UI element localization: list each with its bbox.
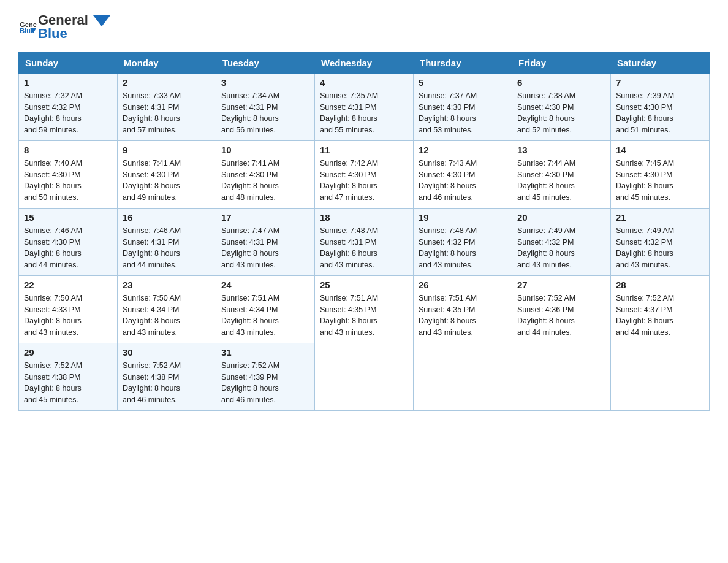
day-number: 31 [221,347,309,358]
day-info: Sunrise: 7:35 AM Sunset: 4:31 PM Dayligh… [320,90,408,136]
day-info: Sunrise: 7:33 AM Sunset: 4:31 PM Dayligh… [123,90,211,136]
calendar-cell: 31 Sunrise: 7:52 AM Sunset: 4:39 PM Dayl… [216,343,315,410]
day-number: 21 [616,212,704,223]
calendar-cell: 30 Sunrise: 7:52 AM Sunset: 4:38 PM Dayl… [118,343,216,410]
day-info: Sunrise: 7:52 AM Sunset: 4:39 PM Dayligh… [221,360,309,406]
day-info: Sunrise: 7:51 AM Sunset: 4:35 PM Dayligh… [320,293,408,339]
day-number: 26 [419,280,507,290]
calendar-table: SundayMondayTuesdayWednesdayThursdayFrid… [18,52,710,411]
calendar-cell: 19 Sunrise: 7:48 AM Sunset: 4:32 PM Dayl… [414,208,512,275]
day-info: Sunrise: 7:45 AM Sunset: 4:30 PM Dayligh… [616,158,704,204]
day-info: Sunrise: 7:34 AM Sunset: 4:31 PM Dayligh… [221,90,309,136]
calendar-cell: 12 Sunrise: 7:43 AM Sunset: 4:30 PM Dayl… [414,140,512,208]
calendar-cell: 27 Sunrise: 7:52 AM Sunset: 4:36 PM Dayl… [512,275,611,343]
calendar-cell: 17 Sunrise: 7:47 AM Sunset: 4:31 PM Dayl… [216,208,315,275]
calendar-header-row: SundayMondayTuesdayWednesdayThursdayFrid… [19,52,710,73]
calendar-cell: 7 Sunrise: 7:39 AM Sunset: 4:30 PM Dayli… [611,73,710,140]
logo: General Blue General Blue [18,12,110,42]
day-number: 11 [320,145,408,155]
day-number: 5 [419,77,507,88]
day-number: 20 [517,212,605,223]
day-info: Sunrise: 7:52 AM Sunset: 4:37 PM Dayligh… [616,293,704,339]
day-number: 1 [24,77,112,88]
logo-arrow-icon [93,15,110,26]
day-number: 15 [24,212,112,223]
col-header-saturday: Saturday [611,52,710,73]
calendar-cell: 23 Sunrise: 7:50 AM Sunset: 4:34 PM Dayl… [118,275,216,343]
calendar-cell: 2 Sunrise: 7:33 AM Sunset: 4:31 PM Dayli… [118,73,216,140]
calendar-cell: 11 Sunrise: 7:42 AM Sunset: 4:30 PM Dayl… [315,140,414,208]
calendar-cell: 9 Sunrise: 7:41 AM Sunset: 4:30 PM Dayli… [118,140,216,208]
svg-marker-3 [93,15,110,26]
day-number: 29 [24,347,112,358]
day-number: 19 [419,212,507,223]
calendar-cell: 18 Sunrise: 7:48 AM Sunset: 4:31 PM Dayl… [315,208,414,275]
day-number: 9 [123,145,211,155]
day-number: 3 [221,77,309,88]
calendar-cell [611,343,710,410]
day-number: 7 [616,77,704,88]
col-header-tuesday: Tuesday [216,52,315,73]
calendar-cell [512,343,611,410]
calendar-week-row: 1 Sunrise: 7:32 AM Sunset: 4:32 PM Dayli… [19,73,710,140]
day-number: 10 [221,145,309,155]
calendar-week-row: 29 Sunrise: 7:52 AM Sunset: 4:38 PM Dayl… [19,343,710,410]
calendar-cell: 25 Sunrise: 7:51 AM Sunset: 4:35 PM Dayl… [315,275,414,343]
calendar-cell [414,343,512,410]
calendar-cell: 14 Sunrise: 7:45 AM Sunset: 4:30 PM Dayl… [611,140,710,208]
day-number: 23 [123,280,211,290]
day-number: 14 [616,145,704,155]
day-info: Sunrise: 7:52 AM Sunset: 4:38 PM Dayligh… [123,360,211,406]
calendar-cell: 20 Sunrise: 7:49 AM Sunset: 4:32 PM Dayl… [512,208,611,275]
day-info: Sunrise: 7:48 AM Sunset: 4:32 PM Dayligh… [419,225,507,271]
calendar-cell: 4 Sunrise: 7:35 AM Sunset: 4:31 PM Dayli… [315,73,414,140]
calendar-cell: 3 Sunrise: 7:34 AM Sunset: 4:31 PM Dayli… [216,73,315,140]
day-number: 2 [123,77,211,88]
day-number: 22 [24,280,112,290]
day-info: Sunrise: 7:44 AM Sunset: 4:30 PM Dayligh… [517,158,605,204]
calendar-cell: 6 Sunrise: 7:38 AM Sunset: 4:30 PM Dayli… [512,73,611,140]
calendar-cell: 5 Sunrise: 7:37 AM Sunset: 4:30 PM Dayli… [414,73,512,140]
col-header-thursday: Thursday [414,52,512,73]
calendar-cell: 10 Sunrise: 7:41 AM Sunset: 4:30 PM Dayl… [216,140,315,208]
logo-icon: General Blue [20,20,37,34]
day-number: 16 [123,212,211,223]
day-number: 18 [320,212,408,223]
day-number: 30 [123,347,211,358]
day-info: Sunrise: 7:40 AM Sunset: 4:30 PM Dayligh… [24,158,112,204]
col-header-sunday: Sunday [19,52,118,73]
day-info: Sunrise: 7:47 AM Sunset: 4:31 PM Dayligh… [221,225,309,271]
logo-blue-text: Blue [38,26,110,42]
calendar-cell: 24 Sunrise: 7:51 AM Sunset: 4:34 PM Dayl… [216,275,315,343]
day-number: 6 [517,77,605,88]
calendar-week-row: 22 Sunrise: 7:50 AM Sunset: 4:33 PM Dayl… [19,275,710,343]
calendar-cell: 16 Sunrise: 7:46 AM Sunset: 4:31 PM Dayl… [118,208,216,275]
day-number: 8 [24,145,112,155]
calendar-cell: 28 Sunrise: 7:52 AM Sunset: 4:37 PM Dayl… [611,275,710,343]
day-info: Sunrise: 7:52 AM Sunset: 4:36 PM Dayligh… [517,293,605,339]
day-info: Sunrise: 7:51 AM Sunset: 4:34 PM Dayligh… [221,293,309,339]
day-info: Sunrise: 7:46 AM Sunset: 4:30 PM Dayligh… [24,225,112,271]
day-number: 17 [221,212,309,223]
day-info: Sunrise: 7:48 AM Sunset: 4:31 PM Dayligh… [320,225,408,271]
calendar-week-row: 8 Sunrise: 7:40 AM Sunset: 4:30 PM Dayli… [19,140,710,208]
day-info: Sunrise: 7:32 AM Sunset: 4:32 PM Dayligh… [24,90,112,136]
day-info: Sunrise: 7:49 AM Sunset: 4:32 PM Dayligh… [517,225,605,271]
col-header-friday: Friday [512,52,611,73]
calendar-cell: 26 Sunrise: 7:51 AM Sunset: 4:35 PM Dayl… [414,275,512,343]
day-info: Sunrise: 7:41 AM Sunset: 4:30 PM Dayligh… [221,158,309,204]
day-number: 27 [517,280,605,290]
col-header-monday: Monday [118,52,216,73]
calendar-cell: 13 Sunrise: 7:44 AM Sunset: 4:30 PM Dayl… [512,140,611,208]
day-number: 13 [517,145,605,155]
day-info: Sunrise: 7:49 AM Sunset: 4:32 PM Dayligh… [616,225,704,271]
day-number: 25 [320,280,408,290]
calendar-cell [315,343,414,410]
day-number: 4 [320,77,408,88]
calendar-cell: 22 Sunrise: 7:50 AM Sunset: 4:33 PM Dayl… [19,275,118,343]
calendar-cell: 1 Sunrise: 7:32 AM Sunset: 4:32 PM Dayli… [19,73,118,140]
calendar-cell: 15 Sunrise: 7:46 AM Sunset: 4:30 PM Dayl… [19,208,118,275]
day-info: Sunrise: 7:38 AM Sunset: 4:30 PM Dayligh… [517,90,605,136]
day-info: Sunrise: 7:41 AM Sunset: 4:30 PM Dayligh… [123,158,211,204]
day-number: 24 [221,280,309,290]
